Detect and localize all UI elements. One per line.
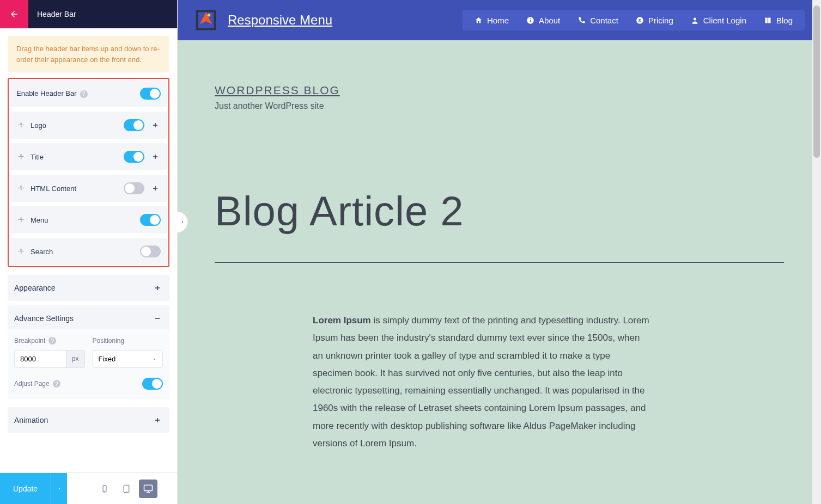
site-logo[interactable] bbox=[194, 8, 218, 32]
animation-label: Animation bbox=[14, 416, 48, 425]
positioning-value: Fixed bbox=[99, 355, 116, 363]
body-lead: Lorem Ipsum bbox=[313, 315, 371, 325]
advance-label: Advance Settings bbox=[14, 314, 74, 323]
nav-item-pricing[interactable]: $Pricing bbox=[627, 10, 682, 30]
item-toggle[interactable] bbox=[124, 151, 144, 163]
svg-rect-8 bbox=[530, 20, 531, 22]
home-icon bbox=[475, 16, 483, 24]
plus-icon bbox=[152, 416, 163, 424]
item-label: Title bbox=[31, 153, 124, 161]
back-button[interactable] bbox=[0, 0, 28, 28]
body-text: is simply dummy text of the printing and… bbox=[313, 315, 649, 448]
drag-handle-icon[interactable] bbox=[16, 185, 26, 192]
nav-item-blog[interactable]: Blog bbox=[755, 10, 801, 30]
nav-label: Contact bbox=[590, 16, 618, 25]
advance-settings-body: Breakpoint? px Positioning Fixed bbox=[8, 329, 169, 399]
positioning-select[interactable]: Fixed bbox=[93, 350, 163, 368]
plus-icon[interactable] bbox=[150, 121, 161, 129]
plus-icon[interactable] bbox=[150, 153, 161, 161]
breakpoint-unit: px bbox=[66, 350, 85, 368]
item-toggle[interactable] bbox=[140, 214, 161, 226]
item-toggle[interactable] bbox=[124, 119, 144, 131]
enable-label: Enable Header Bar bbox=[16, 89, 77, 97]
dollar-icon: $ bbox=[636, 16, 644, 24]
header-item-row[interactable]: Logo bbox=[10, 112, 167, 139]
svg-rect-4 bbox=[144, 485, 153, 491]
sidebar-title: Header Bar bbox=[28, 0, 177, 28]
drag-handle-icon[interactable] bbox=[16, 217, 26, 223]
minus-icon bbox=[152, 315, 163, 322]
header-item-row[interactable]: HTML Content bbox=[10, 175, 167, 202]
nav-label: Pricing bbox=[648, 16, 673, 25]
svg-point-6 bbox=[208, 14, 211, 17]
adjust-page-label: Adjust Page bbox=[14, 380, 50, 388]
divider bbox=[215, 262, 784, 263]
help-icon[interactable]: ? bbox=[48, 337, 56, 345]
breakpoint-label: Breakpoint bbox=[14, 337, 45, 345]
nav-item-contact[interactable]: Contact bbox=[569, 10, 627, 30]
nav-item-home[interactable]: Home bbox=[466, 10, 518, 30]
enable-header-bar-toggle[interactable] bbox=[140, 88, 161, 100]
enable-header-bar-row: Enable Header Bar? bbox=[10, 80, 167, 107]
sidebar-footer: Update bbox=[0, 472, 177, 504]
item-label: Logo bbox=[31, 121, 124, 130]
settings-sidebar: Header Bar Drag the header bar items up … bbox=[0, 0, 178, 504]
appearance-label: Appearance bbox=[14, 284, 56, 292]
nav-item-client-login[interactable]: Client Login bbox=[682, 10, 755, 30]
info-icon bbox=[526, 16, 534, 24]
svg-rect-9 bbox=[530, 18, 531, 19]
article-title: Blog Article 2 bbox=[215, 187, 784, 235]
item-label: HTML Content bbox=[31, 185, 124, 193]
nav-label: Home bbox=[487, 16, 509, 25]
device-mobile[interactable] bbox=[95, 480, 114, 498]
user-icon bbox=[691, 16, 699, 24]
animation-section[interactable]: Animation bbox=[8, 407, 169, 433]
breakpoint-input[interactable] bbox=[14, 350, 66, 368]
appearance-section[interactable]: Appearance bbox=[8, 275, 169, 301]
device-tablet[interactable] bbox=[117, 480, 136, 498]
svg-text:$: $ bbox=[638, 17, 641, 23]
item-toggle[interactable] bbox=[124, 182, 144, 194]
book-icon bbox=[764, 16, 772, 24]
nav-label: Blog bbox=[776, 16, 793, 25]
header-item-row[interactable]: Title bbox=[10, 143, 167, 170]
item-label: Menu bbox=[31, 216, 140, 224]
advance-settings-section[interactable]: Advance Settings bbox=[8, 305, 169, 331]
device-desktop[interactable] bbox=[139, 480, 157, 498]
update-dropdown[interactable] bbox=[51, 473, 67, 505]
help-icon[interactable]: ? bbox=[80, 90, 88, 98]
chevron-down-icon bbox=[151, 357, 157, 362]
preview-header-bar: Responsive Menu HomeAboutContact$Pricing… bbox=[178, 0, 821, 40]
plus-icon bbox=[152, 284, 163, 292]
site-brand-title[interactable]: Responsive Menu bbox=[228, 13, 332, 28]
header-bar-items-group: Enable Header Bar? Logo Title HTML Conte… bbox=[8, 78, 169, 267]
item-toggle[interactable] bbox=[140, 245, 161, 257]
positioning-label: Positioning bbox=[93, 337, 163, 345]
preview-scrollbar[interactable] bbox=[812, 0, 821, 504]
sidebar-header: Header Bar bbox=[0, 0, 177, 28]
reorder-notice: Drag the header bar items up and down to… bbox=[8, 36, 169, 72]
help-icon[interactable]: ? bbox=[53, 380, 60, 388]
scrollbar-thumb[interactable] bbox=[813, 5, 820, 158]
preview-pane: Responsive Menu HomeAboutContact$Pricing… bbox=[178, 0, 821, 504]
drag-handle-icon[interactable] bbox=[16, 248, 26, 255]
header-item-row[interactable]: Menu bbox=[10, 206, 167, 233]
svg-point-1 bbox=[105, 490, 105, 491]
nav-label: About bbox=[539, 16, 560, 25]
drag-handle-icon[interactable] bbox=[16, 122, 26, 128]
update-button[interactable]: Update bbox=[0, 473, 51, 505]
drag-handle-icon[interactable] bbox=[16, 153, 26, 160]
svg-point-3 bbox=[126, 491, 126, 491]
nav-menu: HomeAboutContact$PricingClient LoginBlog bbox=[463, 10, 805, 30]
header-item-row[interactable]: Search bbox=[10, 238, 167, 265]
phone-icon bbox=[577, 16, 586, 24]
article-body: Lorem Ipsum is simply dummy text of the … bbox=[313, 312, 650, 452]
nav-item-about[interactable]: About bbox=[518, 10, 569, 30]
svg-point-12 bbox=[694, 17, 696, 20]
nav-label: Client Login bbox=[703, 16, 746, 25]
item-label: Search bbox=[31, 248, 140, 256]
site-tagline: Just another WordPress site bbox=[215, 101, 784, 111]
plus-icon[interactable] bbox=[150, 185, 161, 192]
adjust-page-toggle[interactable] bbox=[142, 378, 163, 390]
site-title[interactable]: WORDPRESS BLOG bbox=[215, 84, 784, 97]
